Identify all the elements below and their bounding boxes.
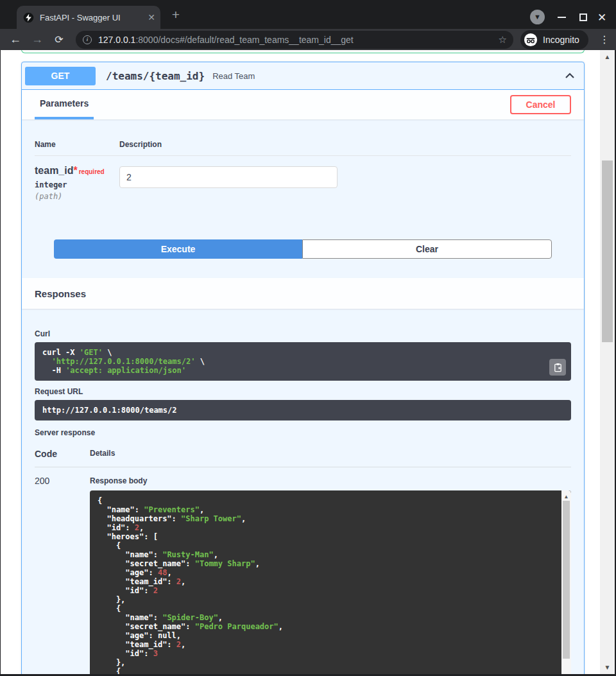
page-scroll-down-icon[interactable]: ▼ — [600, 664, 615, 671]
parameter-row: team_id*required integer (path) — [35, 165, 571, 201]
tab-strip: FastAPI - Swagger UI ✕ + ▼ ✕ — [0, 0, 616, 29]
back-button[interactable]: ← — [8, 33, 23, 46]
maximize-button[interactable] — [579, 13, 587, 21]
request-url-label: Request URL — [35, 387, 571, 396]
collapse-chevron-icon[interactable] — [563, 69, 576, 82]
response-scrollbar-thumb[interactable] — [563, 501, 570, 659]
server-response-table-header: Code Details — [35, 449, 571, 467]
browser-tab[interactable]: FastAPI - Swagger UI ✕ — [17, 6, 160, 29]
url-path: :8000/docs#/default/read_team_teams__tea… — [135, 35, 353, 45]
endpoint-path: /teams/{team_id} — [106, 70, 205, 82]
page-scrollbar[interactable]: ▲ ▼ — [600, 50, 615, 674]
response-body-scrollbar[interactable]: ▲ — [561, 490, 571, 674]
details-column: Details — [90, 449, 115, 459]
browser-menu-icon[interactable]: ⋮ — [599, 33, 610, 46]
fastapi-favicon-icon — [23, 12, 34, 23]
url-bar[interactable]: i 127.0.0.1:8000/docs#/default/read_team… — [76, 31, 513, 49]
swagger-page: GET /teams/{team_id} Read Team Parameter… — [1, 50, 600, 674]
required-label: required — [79, 168, 105, 175]
server-response-label: Server response — [35, 428, 571, 437]
method-badge: GET — [25, 67, 96, 85]
new-tab-button[interactable]: + — [168, 8, 184, 23]
copy-to-clipboard-button[interactable] — [549, 359, 566, 376]
execute-button[interactable]: Execute — [54, 239, 302, 259]
tab-parameters[interactable]: Parameters — [35, 90, 94, 119]
server-response-row: 200 Response body { "name": "Preventers"… — [35, 476, 571, 674]
browser-toolbar: ← → ⟳ i 127.0.0.1:8000/docs#/default/rea… — [0, 29, 616, 50]
param-location: (path) — [35, 192, 119, 201]
execute-row: Execute Clear — [54, 239, 552, 259]
endpoint-description: Read Team — [212, 71, 255, 81]
page-scroll-up-icon[interactable]: ▲ — [600, 53, 615, 60]
code-column: Code — [35, 449, 90, 459]
parameters-table-header: Name Description — [35, 140, 571, 156]
param-value-input[interactable] — [119, 166, 338, 188]
param-type: integer — [35, 180, 119, 189]
window-close-button[interactable]: ✕ — [597, 11, 606, 24]
clipboard-icon — [553, 363, 563, 372]
page-scrollbar-thumb[interactable] — [602, 160, 613, 342]
previous-endpoint-block[interactable] — [21, 50, 585, 53]
status-code: 200 — [35, 476, 90, 674]
reload-button[interactable]: ⟳ — [51, 33, 67, 46]
browser-window: FastAPI - Swagger UI ✕ + ▼ ✕ ← → ⟳ i 127… — [0, 0, 616, 676]
endpoint-summary-row[interactable]: GET /teams/{team_id} Read Team — [22, 62, 584, 90]
incognito-badge: Incognito — [520, 30, 588, 49]
curl-command-block: curl -X 'GET' \ 'http://127.0.0.1:8000/t… — [35, 342, 571, 381]
curl-label: Curl — [35, 329, 571, 338]
chevron-down-icon: ▼ — [534, 13, 541, 21]
incognito-label: Incognito — [543, 35, 579, 45]
minimize-button[interactable] — [558, 17, 566, 18]
column-name: Name — [35, 140, 119, 149]
responses-section: Curl curl -X 'GET' \ 'http://127.0.0.1:8… — [22, 309, 584, 674]
param-name: team_id*required — [35, 165, 119, 177]
scroll-up-icon[interactable]: ▲ — [561, 492, 571, 501]
clear-button[interactable]: Clear — [302, 239, 552, 259]
responses-header: Responses — [22, 278, 584, 309]
column-description: Description — [119, 140, 162, 149]
responses-title: Responses — [35, 288, 86, 299]
endpoint-block-get-team: GET /teams/{team_id} Read Team Parameter… — [21, 62, 585, 674]
parameters-header: Parameters Cancel — [22, 90, 584, 119]
url-text[interactable]: 127.0.0.1:8000/docs#/default/read_team_t… — [98, 35, 354, 45]
cancel-button[interactable]: Cancel — [510, 95, 571, 114]
required-asterisk: * — [73, 165, 77, 176]
response-body-block: { "name": "Preventers", "headquarters": … — [90, 490, 571, 674]
incognito-icon — [524, 33, 538, 47]
parameters-table: Name Description team_id*required intege… — [22, 119, 584, 259]
curl-command: curl -X 'GET' \ 'http://127.0.0.1:8000/t… — [42, 348, 563, 375]
site-info-icon[interactable]: i — [83, 35, 92, 44]
tab-close-icon[interactable]: ✕ — [148, 13, 155, 22]
request-url-block: http://127.0.0.1:8000/teams/2 — [35, 400, 571, 420]
response-body-label: Response body — [90, 476, 571, 485]
request-url-value: http://127.0.0.1:8000/teams/2 — [42, 406, 563, 415]
tab-title: FastAPI - Swagger UI — [40, 13, 148, 22]
browser-update-chip[interactable]: ▼ — [530, 10, 545, 24]
url-host: 127.0.0.1 — [98, 35, 135, 45]
forward-button[interactable]: → — [30, 33, 45, 46]
response-body-json: { "name": "Preventers", "headquarters": … — [98, 496, 557, 674]
bookmark-star-icon[interactable]: ☆ — [499, 34, 507, 46]
